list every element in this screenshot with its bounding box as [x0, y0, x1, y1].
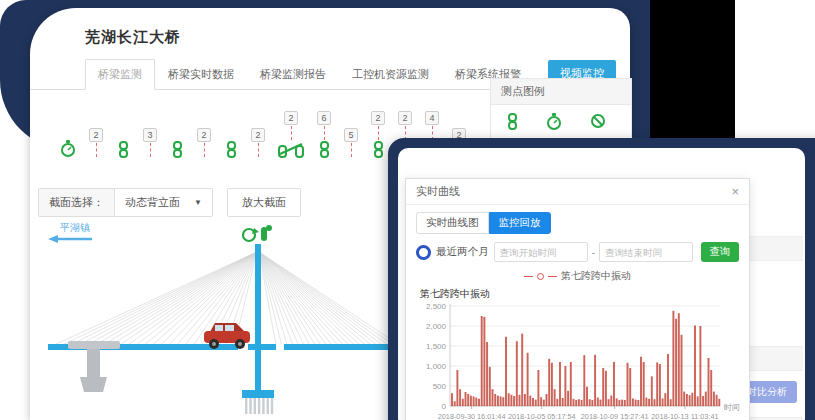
legend-ban-icon [590, 113, 606, 141]
stopwatch-icon [546, 113, 562, 131]
legend-chain-icon [507, 113, 518, 141]
screenshot-stage: 芜湖长江大桥 桥梁监测桥梁实时数据桥梁监测报告工控机资源监测桥梁系统报警视频监控… [0, 0, 815, 420]
alarm-dash-icon [291, 126, 292, 140]
chain-sensor-icon [373, 141, 384, 158]
section-select-group: 截面选择： 动态背立面 ▼ [38, 188, 213, 217]
page-title: 芜湖长江大桥 [85, 28, 630, 47]
main-tab-3[interactable]: 工控机资源监测 [339, 59, 442, 90]
sensor-cell-dash[interactable]: 2 [251, 128, 265, 158]
main-tab-0[interactable]: 桥梁监测 [85, 59, 155, 90]
legend-panel-icons [491, 105, 631, 141]
alarm-dash-icon [96, 143, 97, 157]
recent-two-months-radio[interactable] [416, 245, 431, 260]
chain-sensor-icon [172, 141, 183, 158]
query-end-time-input[interactable] [599, 242, 693, 262]
modal-tabs: 实时曲线图 监控回放 [416, 212, 739, 234]
query-start-time-input[interactable] [494, 242, 588, 262]
modal-title: 实时曲线 [416, 184, 460, 199]
realtime-curve-modal: 实时曲线 × 实时曲线图 监控回放 最近两个月 - 查 [405, 178, 750, 420]
direction-arrow-icon [48, 235, 92, 243]
svg-text:1,000: 1,000 [426, 362, 447, 371]
tab-realtime-curve[interactable]: 实时曲线图 [416, 212, 489, 234]
svg-text:500: 500 [433, 382, 447, 391]
bearing-sensor-icon [278, 141, 304, 158]
sensor-cell-chain[interactable]: 6 [317, 111, 331, 158]
query-row: 最近两个月 - 查询 [416, 242, 739, 262]
sensor-cell-chain[interactable] [224, 141, 238, 158]
chart-legend[interactable]: 第七跨跨中振动 [416, 269, 739, 283]
svg-text:2,500: 2,500 [426, 302, 447, 311]
bridge-tower [255, 244, 261, 392]
section-select-dropdown[interactable]: 动态背立面 ▼ [115, 189, 212, 216]
wind-sensor-icon [261, 225, 272, 241]
sensor-cell-dash[interactable]: 3 [143, 128, 157, 158]
alarm-dash-icon [378, 126, 379, 140]
sensor-count-badge: 4 [425, 111, 438, 125]
chain-sensor-icon [118, 141, 129, 158]
alarm-dash-icon [351, 143, 352, 157]
chart-title: 第七跨跨中振动 [420, 287, 739, 301]
alarm-dash-icon [258, 143, 259, 157]
sensor-count-badge: 2 [197, 128, 210, 142]
legend-panel: 测点图例 [490, 78, 632, 142]
ban-icon [590, 113, 606, 129]
stopwatch-icon [60, 140, 76, 158]
bridge-schematic: 平湖镇 [30, 216, 402, 420]
alarm-dash-icon [150, 143, 151, 157]
secondary-window: 测点图例 温度 （9） 对比分析 对比分析 监测点列表 实时曲线 [388, 138, 815, 420]
sensor-cell-chain[interactable] [170, 141, 184, 158]
sensor-cell-chain[interactable] [116, 141, 130, 158]
sensor-count-badge: 2 [398, 111, 411, 125]
modal-body: 实时曲线图 监控回放 最近两个月 - 查询 [406, 205, 749, 420]
sensor-count-badge: 2 [371, 111, 384, 125]
sensor-count-badge: 5 [344, 128, 357, 142]
sensor-cell-stopwatch[interactable] [60, 140, 76, 158]
left-pier [68, 341, 120, 392]
sensor-cell-chain[interactable]: 2 [371, 111, 385, 158]
legend-stopwatch-icon [546, 113, 562, 141]
modal-titlebar: 实时曲线 × [406, 179, 749, 205]
direction-label: 平湖镇 [60, 222, 90, 233]
chevron-down-icon: ▼ [194, 198, 202, 207]
chain-sensor-icon [507, 113, 518, 130]
vibration-chart: 05001,0001,5002,0002,5002018-09-30 16:01… [416, 301, 748, 420]
main-tab-2[interactable]: 桥梁监测报告 [247, 59, 339, 90]
sensor-cell-bearing[interactable]: 2 [278, 111, 304, 158]
tab-monitor-playback[interactable]: 监控回放 [489, 212, 551, 234]
chain-sensor-icon [319, 141, 330, 158]
svg-text:2,000: 2,000 [426, 322, 447, 331]
svg-text:2018-09-30 16:01:44: 2018-09-30 16:01:44 [438, 412, 506, 420]
secondary-window-content: 测点图例 温度 （9） 对比分析 对比分析 监测点列表 实时曲线 [398, 148, 805, 420]
sensor-count-badge: 2 [89, 128, 102, 142]
legend-marker-icon [524, 276, 533, 277]
legend-panel-title: 测点图例 [491, 79, 631, 105]
alarm-dash-icon [204, 143, 205, 157]
sensor-count-badge: 2 [251, 128, 264, 142]
tower-foundation [242, 390, 274, 414]
query-button[interactable]: 查询 [701, 242, 739, 262]
svg-text:时间: 时间 [724, 403, 740, 412]
section-select-value: 动态背立面 [125, 195, 180, 210]
svg-text:2018-10-13 11:03:41: 2018-10-13 11:03:41 [651, 412, 718, 420]
sensor-count-badge: 6 [317, 111, 330, 125]
sensor-cell-dash[interactable]: 2 [197, 128, 211, 158]
main-tab-1[interactable]: 桥梁实时数据 [155, 59, 247, 90]
bridge-deck-mid [248, 344, 276, 350]
enlarge-section-button[interactable]: 放大截面 [227, 188, 301, 217]
rotation-sensor-icon [243, 228, 259, 241]
date-range-separator: - [592, 246, 596, 258]
black-backdrop [650, 0, 735, 150]
sensor-count-badge: 2 [284, 111, 297, 125]
legend-series-label: 第七跨跨中振动 [561, 269, 631, 283]
sensor-cell-dash[interactable]: 5 [344, 128, 358, 158]
bridge-drawing: 平湖镇 [30, 216, 402, 420]
chain-sensor-icon [226, 141, 237, 158]
svg-text:1,500: 1,500 [426, 342, 447, 351]
close-icon[interactable]: × [731, 185, 739, 198]
legend-dot-icon [537, 273, 544, 280]
svg-text:2018-10-05 05:17:54: 2018-10-05 05:17:54 [508, 412, 576, 420]
alarm-dash-icon [324, 126, 325, 140]
sensor-count-badge: 3 [143, 128, 156, 142]
section-select-label: 截面选择： [39, 189, 115, 216]
sensor-cell-dash[interactable]: 2 [89, 128, 103, 158]
